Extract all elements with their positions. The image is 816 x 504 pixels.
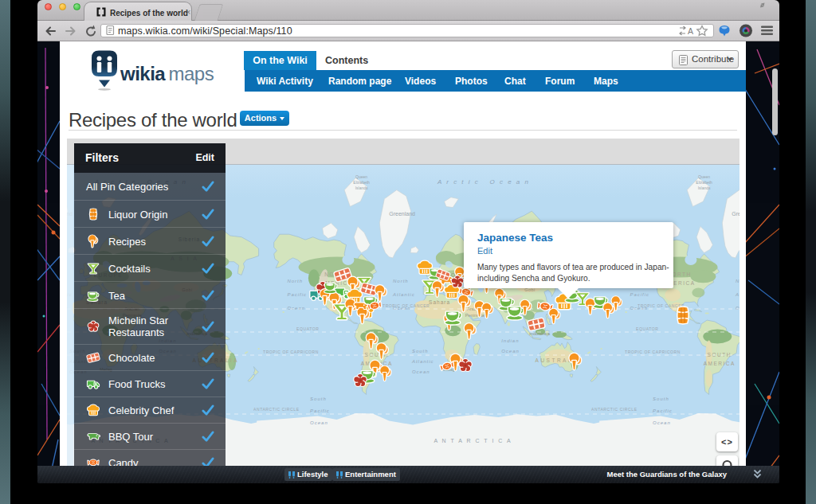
svg-text:North: North [287, 279, 303, 283]
svg-text:A: A [688, 26, 693, 36]
svg-text:Elizabeth: Elizabeth [353, 180, 370, 185]
svg-text:Ocean: Ocean [412, 369, 430, 374]
svg-text:Atlantic: Atlantic [411, 359, 434, 364]
svg-text:Islands: Islands [355, 186, 368, 190]
svg-text:Queen: Queen [355, 174, 367, 179]
svg-text:South: South [310, 397, 327, 401]
svg-text:TROPIC OF CAPRICORN: TROPIC OF CAPRICORN [263, 350, 319, 354]
svg-text:Ocean: Ocean [310, 420, 328, 425]
svg-text:EQUATOR: EQUATOR [636, 326, 658, 331]
svg-text:Pacific: Pacific [310, 408, 330, 413]
svg-text:TROPIC OF CANCER: TROPIC OF CANCER [382, 303, 430, 308]
svg-text:South: South [412, 349, 429, 354]
svg-text:TROPIC OF CAPRICORN: TROPIC OF CAPRICORN [625, 350, 681, 354]
svg-text:A N T A R C T I C A: A N T A R C T I C A [434, 438, 512, 443]
svg-text:ANTARCTIC CIRCLE: ANTARCTIC CIRCLE [253, 407, 300, 412]
svg-text:Atlantic: Atlantic [392, 292, 415, 297]
svg-text:Ocean: Ocean [501, 349, 520, 354]
svg-text:Sahara: Sahara [429, 299, 450, 305]
svg-text:A r c t i c O c e a n: A r c t i c O c e a n [437, 178, 530, 186]
svg-text:Peninsula: Peninsula [465, 313, 485, 318]
svg-text:Pacific: Pacific [287, 292, 307, 297]
svg-text:North: North [393, 279, 409, 283]
svg-text:Indian: Indian [501, 338, 519, 343]
svg-text:ANTARCTIC CIRCLE: ANTARCTIC CIRCLE [591, 407, 638, 412]
svg-text:Greenland: Greenland [389, 211, 415, 217]
svg-text:Ocean: Ocean [287, 306, 305, 311]
svg-text:EQUATOR: EQUATOR [296, 326, 319, 331]
